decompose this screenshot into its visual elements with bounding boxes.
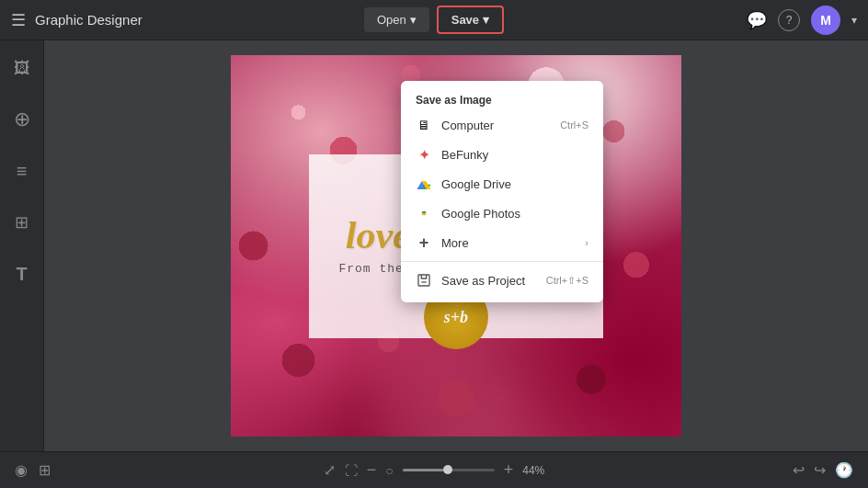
toolbar-right: 💬 ? M ▾	[504, 6, 857, 35]
bottom-right: ↩ ↪ 🕐	[574, 461, 853, 479]
full-icon[interactable]: ⛶	[345, 463, 358, 478]
save-gphotos-item[interactable]: Google Photos	[401, 199, 603, 228]
app-title: Graphic Designer	[35, 12, 143, 28]
svg-rect-1	[418, 275, 429, 286]
zoom-slider-fill	[403, 469, 443, 471]
bottom-center: ⤢ ⛶ − ○ + 44%	[294, 460, 574, 480]
zoom-slider-thumb	[443, 465, 452, 474]
canvas-area: love & thanks From the bottom of our hea…	[44, 40, 868, 451]
more-chevron-icon: ›	[585, 237, 588, 248]
zoom-out-icon[interactable]: −	[367, 460, 377, 480]
save-gphotos-label: Google Photos	[441, 207, 588, 221]
bottom-left: ◉ ⊞	[15, 461, 294, 479]
help-icon[interactable]: ?	[778, 9, 800, 31]
gphotos-icon	[416, 205, 432, 221]
save-gdrive-item[interactable]: Google Drive	[401, 169, 603, 199]
save-gdrive-label: Google Drive	[441, 177, 588, 191]
dropdown-divider	[401, 261, 603, 262]
zoom-percent: 44%	[522, 464, 544, 477]
undo-icon[interactable]: ↩	[793, 461, 805, 479]
save-chevron-icon: ▾	[483, 13, 489, 27]
toolbar: ☰ Graphic Designer Open ▾ Save ▾ 💬 ? M ▾	[0, 0, 868, 40]
open-label: Open	[377, 13, 406, 27]
toolbar-center: Open ▾ Save ▾	[364, 6, 504, 34]
save-befunky-label: BeFunky	[441, 148, 579, 162]
main-area: 🖼 ⊕ ≡ ⊞ T love & thanks From the bottom …	[0, 40, 868, 451]
save-project-shortcut: Ctrl+⇧+S	[546, 275, 588, 287]
zoom-circle-icon[interactable]: ○	[385, 463, 393, 478]
save-project-icon	[416, 272, 432, 289]
befunky-icon: ✦	[416, 146, 432, 163]
save-befunky-item[interactable]: ✦ BeFunky	[401, 140, 603, 169]
save-dropdown: Save as Image 🖥 Computer Ctrl+S ✦ BeFunk…	[401, 81, 603, 302]
redo-icon[interactable]: ↪	[814, 461, 826, 479]
sidebar-item-text[interactable]: T	[6, 257, 39, 290]
computer-icon: 🖥	[416, 117, 432, 133]
fit-icon[interactable]: ⤢	[324, 461, 336, 479]
save-project-label: Save as Project	[441, 274, 537, 288]
open-button[interactable]: Open ▾	[364, 7, 429, 32]
save-computer-shortcut: Ctrl+S	[560, 119, 588, 131]
sidebar-item-text-layer[interactable]: ≡	[6, 154, 39, 187]
zoom-in-icon[interactable]: +	[504, 460, 514, 480]
save-computer-label: Computer	[441, 119, 551, 132]
grid-icon[interactable]: ⊞	[39, 461, 51, 479]
save-more-label: More	[441, 236, 576, 250]
zoom-slider[interactable]	[403, 469, 495, 471]
more-icon: +	[416, 234, 432, 251]
save-computer-item[interactable]: 🖥 Computer Ctrl+S	[401, 110, 603, 140]
save-more-item[interactable]: + More ›	[401, 228, 603, 257]
history-icon[interactable]: 🕐	[835, 461, 853, 479]
sidebar-item-group[interactable]: ⊞	[6, 206, 39, 239]
sidebar-item-image[interactable]: 🖼	[6, 51, 39, 85]
sidebar: 🖼 ⊕ ≡ ⊞ T	[0, 40, 44, 451]
avatar[interactable]: M	[811, 6, 840, 35]
user-chevron-icon[interactable]: ▾	[851, 14, 857, 27]
gdrive-icon	[416, 176, 432, 192]
sidebar-item-filter[interactable]: ⊕	[6, 103, 39, 136]
hamburger-icon[interactable]: ☰	[11, 10, 26, 30]
save-label: Save	[451, 13, 479, 27]
bottom-bar: ◉ ⊞ ⤢ ⛶ − ○ + 44% ↩ ↪ 🕐	[0, 451, 868, 488]
chat-icon[interactable]: 💬	[747, 10, 767, 30]
open-chevron-icon: ▾	[410, 13, 417, 27]
dropdown-section-label: Save as Image	[401, 88, 603, 110]
toolbar-left: ☰ Graphic Designer	[11, 10, 364, 30]
layers-icon[interactable]: ◉	[15, 461, 28, 479]
save-button[interactable]: Save ▾	[437, 6, 504, 34]
save-project-item[interactable]: Save as Project Ctrl+⇧+S	[401, 266, 603, 295]
